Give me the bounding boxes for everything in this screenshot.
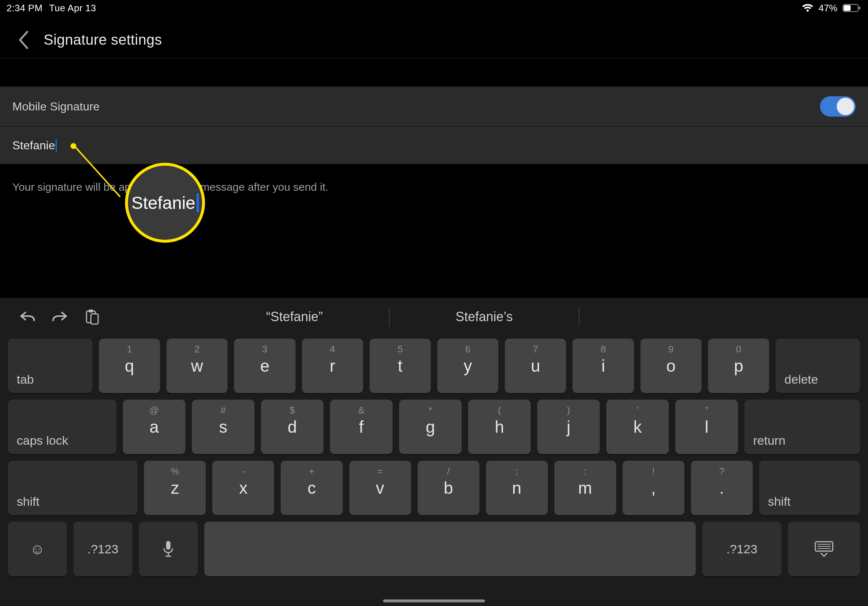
key-hint: : — [584, 466, 586, 477]
key-z[interactable]: %z — [144, 461, 206, 515]
key-u[interactable]: 7u — [505, 339, 566, 393]
home-indicator[interactable] — [383, 600, 485, 602]
key-g[interactable]: *g — [399, 400, 462, 454]
page-title: Signature settings — [43, 32, 162, 48]
key-label: j — [567, 417, 570, 437]
key-x[interactable]: -x — [212, 461, 274, 515]
key-label: shift — [768, 495, 790, 509]
microphone-icon — [162, 540, 175, 558]
key-numbers-right[interactable]: .?123 — [702, 522, 781, 576]
key-q[interactable]: 1q — [99, 339, 160, 393]
key-space[interactable] — [204, 522, 696, 576]
key-label: . — [719, 478, 724, 498]
key-hint: ’ — [637, 405, 639, 416]
key-hint: @ — [149, 405, 159, 416]
key-label: o — [666, 356, 676, 376]
key-w[interactable]: 2w — [166, 339, 228, 393]
key-f[interactable]: &f — [330, 400, 392, 454]
key-p[interactable]: 0p — [708, 339, 769, 393]
key-label: , — [651, 478, 656, 498]
key-k[interactable]: ’k — [606, 400, 669, 454]
redo-button[interactable] — [51, 308, 68, 326]
key-hint: ) — [567, 405, 570, 416]
key-s[interactable]: #s — [192, 400, 254, 454]
key-delete[interactable]: delete — [776, 339, 860, 393]
key-hint: ? — [719, 466, 724, 477]
signature-field-row[interactable]: Stefanie — [0, 127, 868, 164]
key-label: delete — [784, 373, 818, 386]
key-hint: $ — [290, 405, 295, 416]
key-d[interactable]: $d — [261, 400, 324, 454]
key-o[interactable]: 9o — [640, 339, 702, 393]
key-label: return — [753, 433, 786, 448]
key-shift-right[interactable]: shift — [760, 461, 860, 515]
key-hint: % — [171, 466, 179, 477]
back-button[interactable] — [11, 27, 36, 53]
undo-button[interactable] — [19, 308, 36, 326]
magnifier-text: Stefanie — [131, 193, 195, 213]
svg-rect-1 — [844, 5, 851, 11]
key-label: d — [288, 417, 297, 437]
key-comma[interactable]: !, — [623, 461, 684, 515]
svg-rect-2 — [859, 6, 860, 9]
key-label: y — [464, 356, 472, 376]
key-label: u — [531, 356, 541, 376]
key-h[interactable]: (h — [468, 400, 531, 454]
suggestion-1[interactable]: “Stefanie” — [200, 309, 389, 325]
key-emoji[interactable]: ☺ — [8, 522, 67, 576]
suggestion-divider — [579, 308, 580, 326]
key-dictation[interactable] — [139, 522, 198, 576]
key-hint: ; — [515, 466, 518, 477]
key-hint: 4 — [330, 344, 335, 355]
key-period[interactable]: ?. — [691, 461, 753, 515]
key-shift-left[interactable]: shift — [8, 461, 137, 515]
key-hint: 8 — [600, 344, 606, 355]
key-label: g — [426, 417, 435, 437]
key-hint: 5 — [398, 344, 403, 355]
key-e[interactable]: 3e — [234, 339, 295, 393]
key-dismiss-keyboard[interactable] — [788, 522, 860, 576]
key-v[interactable]: =v — [349, 461, 411, 515]
key-label: w — [191, 356, 203, 376]
key-i[interactable]: 8i — [572, 339, 634, 393]
key-hint: ” — [705, 405, 708, 416]
onscreen-keyboard: “Stefanie” Stefanie’s tab 1q 2w 3e 4r 5t… — [0, 298, 868, 606]
key-c[interactable]: +c — [281, 461, 343, 515]
key-label: p — [734, 356, 743, 376]
key-label: l — [705, 417, 708, 437]
toggle-thumb — [837, 98, 854, 115]
key-tab[interactable]: tab — [8, 339, 92, 393]
key-label: a — [149, 417, 159, 437]
text-caret-icon — [56, 139, 57, 152]
key-hint: 0 — [736, 344, 741, 355]
key-hint: - — [242, 466, 245, 477]
key-numbers-left[interactable]: .?123 — [73, 522, 132, 576]
key-label: v — [376, 478, 384, 498]
key-r[interactable]: 4r — [302, 339, 363, 393]
key-a[interactable]: @a — [123, 400, 185, 454]
key-hint: * — [429, 405, 432, 416]
clipboard-button[interactable] — [83, 308, 100, 326]
signature-input-value: Stefanie — [12, 139, 55, 152]
key-l[interactable]: ”l — [675, 400, 738, 454]
key-label: .?123 — [87, 542, 118, 556]
key-j[interactable]: )j — [537, 400, 600, 454]
key-label: h — [495, 417, 504, 437]
key-m[interactable]: :m — [554, 461, 616, 515]
svg-rect-5 — [91, 314, 98, 324]
key-label: e — [260, 356, 270, 376]
key-hint: 3 — [262, 344, 267, 355]
key-return[interactable]: return — [744, 400, 860, 454]
mobile-signature-label: Mobile Signature — [12, 100, 99, 113]
key-label: r — [330, 356, 335, 376]
key-hint: 9 — [668, 344, 674, 355]
suggestion-2[interactable]: Stefanie’s — [390, 309, 579, 325]
key-n[interactable]: ;n — [486, 461, 548, 515]
key-hint: # — [221, 405, 226, 416]
key-label: b — [444, 478, 453, 498]
mobile-signature-toggle[interactable] — [820, 96, 856, 117]
key-t[interactable]: 5t — [370, 339, 431, 393]
key-y[interactable]: 6y — [437, 339, 498, 393]
key-capslock[interactable]: caps lock — [8, 400, 116, 454]
key-b[interactable]: /b — [418, 461, 479, 515]
